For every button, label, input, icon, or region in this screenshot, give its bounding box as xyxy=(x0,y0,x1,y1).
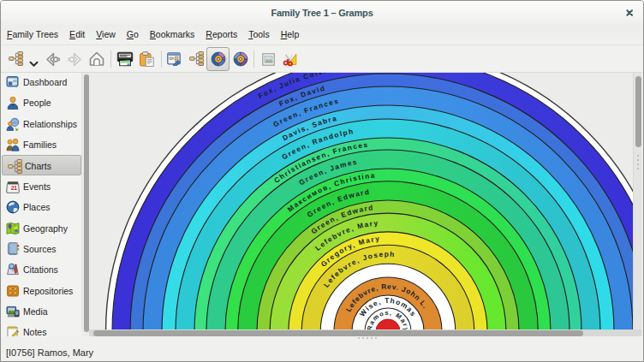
svg-text:1: 1 xyxy=(14,184,17,192)
